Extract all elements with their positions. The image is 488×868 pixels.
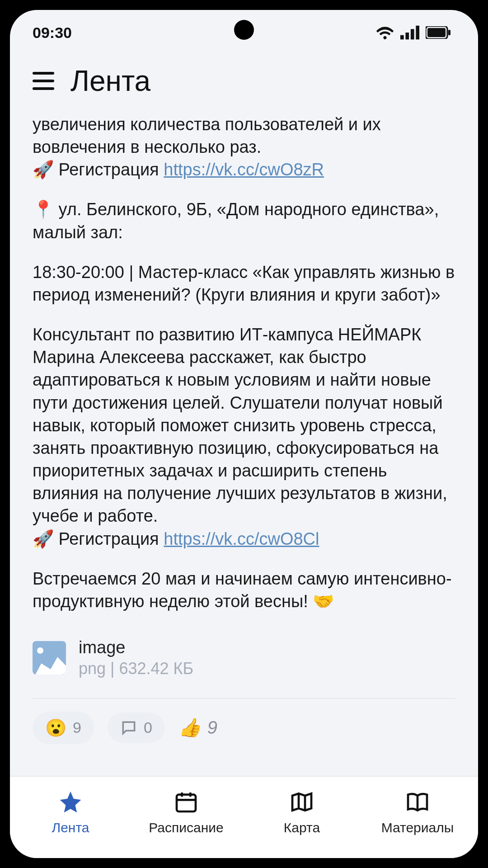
location-line: 📍 ул. Белинского, 9Б, «Дом народного еди…: [33, 198, 455, 243]
svg-rect-6: [427, 28, 446, 37]
svg-rect-1: [405, 33, 409, 39]
phone-frame: 09:30 5G Лента увеличения количества пол…: [0, 0, 488, 868]
camera-notch: [234, 20, 254, 40]
app-header: Лента: [10, 55, 478, 113]
nav-materials[interactable]: Материалы: [372, 789, 463, 835]
status-indicators: 5G: [376, 25, 451, 40]
book-icon: [405, 789, 430, 815]
surprise-count: 9: [73, 719, 81, 736]
nav-map[interactable]: Карта: [257, 789, 347, 835]
nav-feed-label: Лента: [52, 820, 89, 835]
map-icon: [289, 789, 314, 815]
reg-prefix-1: 🚀 Регистрация: [33, 160, 164, 179]
reactions-row: 😮 9 0 👍 9: [33, 712, 455, 771]
wifi-icon: [376, 25, 394, 40]
image-file-icon: [33, 641, 66, 675]
like-count: 9: [207, 717, 217, 738]
svg-rect-7: [448, 30, 450, 35]
attachment-title: image: [79, 638, 193, 657]
svg-rect-8: [177, 795, 196, 811]
post-closing: Встречаемся 20 мая и начинаем самую инте…: [33, 567, 455, 613]
menu-button[interactable]: [33, 72, 54, 90]
svg-rect-3: [416, 26, 419, 40]
reg-prefix-2: 🚀 Регистрация: [33, 529, 164, 548]
battery-icon: [426, 26, 451, 39]
divider: [33, 698, 455, 699]
reaction-like[interactable]: 👍 9: [178, 717, 217, 738]
nav-schedule-label: Расписание: [149, 820, 223, 835]
svg-text:5G: 5G: [413, 25, 419, 26]
reaction-surprise[interactable]: 😮 9: [33, 712, 94, 744]
surprise-emoji-icon: 😮: [45, 718, 66, 738]
comments-button[interactable]: 0: [108, 712, 165, 743]
attachment-subtitle: png | 632.42 КБ: [79, 659, 193, 678]
signal-icon: 5G: [400, 25, 419, 40]
thumbs-up-icon: 👍: [178, 717, 201, 738]
event-line: 18:30-20:00 | Мастер-класс «Как управлят…: [33, 261, 455, 306]
page-title: Лента: [70, 64, 150, 98]
post-body: увеличения количества пользователей и их…: [33, 113, 455, 613]
post-description: Консультант по развитию ИТ-кампуса НЕЙМА…: [33, 323, 455, 527]
post-line: увеличения количества пользователей и их…: [33, 115, 381, 156]
nav-materials-label: Материалы: [381, 820, 454, 835]
bottom-nav: Лента Расписание Карта Материалы: [10, 776, 478, 858]
registration-link-1[interactable]: https://vk.cc/cwO8zR: [164, 160, 324, 179]
attachment[interactable]: image png | 632.42 КБ: [33, 638, 455, 695]
feed-content[interactable]: увеличения количества пользователей и их…: [10, 113, 478, 776]
nav-feed[interactable]: Лента: [25, 789, 116, 835]
nav-schedule[interactable]: Расписание: [141, 789, 231, 835]
comment-count: 0: [144, 719, 152, 736]
screen: 09:30 5G Лента увеличения количества пол…: [10, 10, 478, 858]
star-icon: [58, 789, 83, 815]
comment-icon: [120, 719, 137, 736]
registration-link-2[interactable]: https://vk.cc/cwO8Cl: [164, 529, 319, 548]
svg-rect-2: [411, 29, 414, 39]
nav-map-label: Карта: [284, 820, 320, 835]
calendar-icon: [174, 789, 199, 815]
svg-rect-0: [400, 35, 404, 40]
status-time: 09:30: [33, 24, 72, 42]
